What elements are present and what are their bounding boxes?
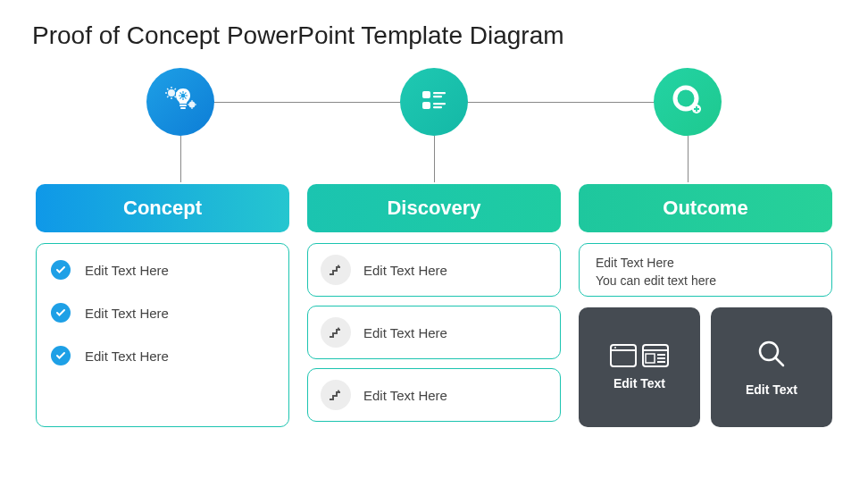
svg-rect-20 — [657, 357, 665, 359]
item-text: Edit Text Here — [363, 325, 447, 340]
svg-rect-14 — [611, 349, 636, 351]
discovery-circle — [400, 68, 468, 136]
concept-circle — [146, 68, 214, 136]
magnify-add-icon — [668, 80, 707, 123]
svg-point-0 — [168, 89, 175, 97]
svg-rect-1 — [179, 105, 187, 106]
list-item: Edit Text Here — [307, 368, 561, 422]
outcome-card: Edit Text — [579, 307, 700, 427]
outcome-circle — [654, 68, 722, 136]
outcome-card: Edit Text — [711, 307, 832, 427]
discovery-header: Discovery — [307, 184, 561, 232]
diagram-stage: Concept Edit Text Here Edit Text Here Ed… — [0, 50, 868, 427]
svg-point-4 — [189, 102, 196, 108]
svg-rect-5 — [422, 91, 430, 98]
drop-line — [688, 136, 689, 182]
slide-title: Proof of Concept PowerPoint Template Dia… — [0, 0, 868, 50]
list-item: Edit Text Here — [51, 346, 274, 365]
svg-rect-7 — [433, 92, 446, 94]
svg-rect-9 — [433, 103, 446, 105]
check-icon — [51, 260, 71, 280]
outcome-line2: You can edit text here — [596, 273, 815, 290]
drop-line — [180, 136, 181, 182]
outcome-cards-row: Edit Text Edit Text — [579, 307, 832, 427]
drop-line — [434, 136, 435, 182]
outcome-line1: Edit Text Here — [596, 255, 815, 273]
card-label: Edit Text — [613, 376, 665, 390]
svg-line-23 — [775, 357, 783, 365]
outcome-textbox: Edit Text Here You can edit text here — [579, 243, 832, 297]
concept-column: Concept Edit Text Here Edit Text Here Ed… — [36, 184, 289, 427]
lightbulb-gear-icon — [162, 81, 199, 122]
svg-point-15 — [614, 347, 616, 348]
list-icon — [417, 83, 451, 121]
list-item: Edit Text Here — [307, 243, 561, 297]
item-text: Edit Text Here — [363, 388, 447, 403]
concept-header: Concept — [36, 184, 289, 232]
stairs-icon — [321, 380, 351, 410]
list-item: Edit Text Here — [51, 303, 274, 323]
svg-point-3 — [181, 94, 186, 98]
svg-rect-19 — [657, 354, 665, 356]
svg-rect-21 — [657, 361, 665, 363]
item-text: Edit Text Here — [85, 263, 169, 278]
windows-icon — [610, 344, 669, 367]
list-item: Edit Text Here — [51, 260, 274, 280]
svg-rect-17 — [643, 349, 668, 351]
item-text: Edit Text Here — [85, 348, 169, 364]
svg-rect-6 — [422, 102, 430, 109]
outcome-header: Outcome — [579, 184, 832, 232]
list-item: Edit Text Here — [307, 306, 561, 359]
check-icon — [51, 303, 71, 323]
stairs-icon — [321, 255, 351, 285]
svg-rect-8 — [433, 96, 442, 97]
svg-rect-18 — [646, 354, 655, 363]
discovery-column: Discovery Edit Text Here Edit Text Here … — [307, 184, 561, 427]
magnify-icon — [755, 338, 788, 374]
svg-point-11 — [675, 88, 697, 109]
item-text: Edit Text Here — [85, 306, 169, 321]
concept-body: Edit Text Here Edit Text Here Edit Text … — [36, 243, 289, 427]
circle-row — [0, 50, 868, 136]
item-text: Edit Text Here — [363, 263, 447, 278]
check-icon — [51, 346, 71, 365]
svg-rect-10 — [433, 106, 442, 108]
stairs-icon — [321, 317, 351, 348]
svg-rect-2 — [180, 107, 186, 109]
card-label: Edit Text — [746, 382, 797, 397]
discovery-body: Edit Text Here Edit Text Here Edit Text … — [307, 243, 561, 422]
outcome-column: Outcome Edit Text Here You can edit text… — [579, 184, 832, 427]
